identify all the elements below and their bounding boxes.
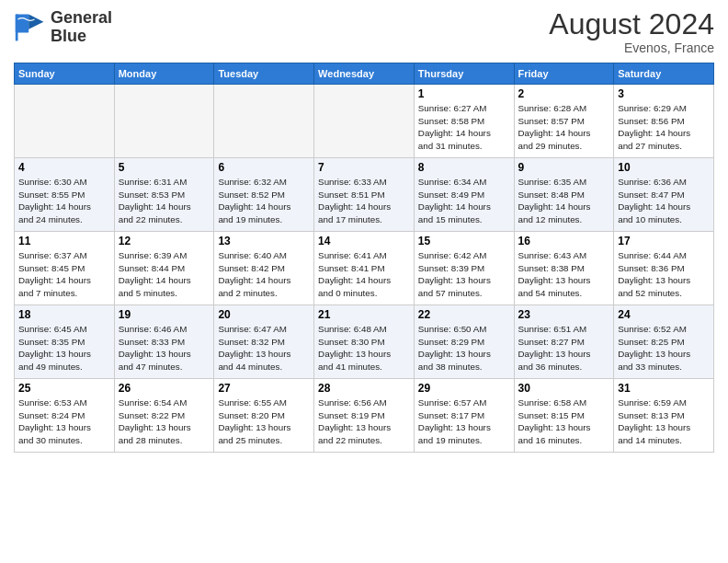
header-tuesday: Tuesday <box>214 63 314 85</box>
calendar-cell: 4Sunrise: 6:30 AMSunset: 8:55 PMDaylight… <box>15 158 115 232</box>
day-number: 21 <box>318 308 410 321</box>
day-info: Sunrise: 6:44 AMSunset: 8:36 PMDaylight:… <box>618 249 710 300</box>
calendar-cell <box>314 85 415 158</box>
day-number: 4 <box>18 161 110 174</box>
calendar-cell: 16Sunrise: 6:43 AMSunset: 8:38 PMDayligh… <box>514 232 614 305</box>
header-wednesday: Wednesday <box>314 63 415 85</box>
day-number: 12 <box>119 235 210 247</box>
day-number: 29 <box>418 382 510 395</box>
svg-rect-2 <box>16 14 18 40</box>
calendar-cell: 1Sunrise: 6:27 AMSunset: 8:58 PMDaylight… <box>414 85 514 158</box>
day-info: Sunrise: 6:55 AMSunset: 8:20 PMDaylight:… <box>218 396 310 447</box>
calendar-cell: 2Sunrise: 6:28 AMSunset: 8:57 PMDaylight… <box>514 85 614 158</box>
day-info: Sunrise: 6:39 AMSunset: 8:44 PMDaylight:… <box>119 249 210 300</box>
calendar-cell: 11Sunrise: 6:37 AMSunset: 8:45 PMDayligh… <box>15 232 115 305</box>
logo-line2: Blue <box>51 28 112 46</box>
week-row-2: 4Sunrise: 6:30 AMSunset: 8:55 PMDaylight… <box>15 158 714 232</box>
logo: General Blue <box>14 9 112 46</box>
header-monday: Monday <box>114 63 214 85</box>
day-info: Sunrise: 6:54 AMSunset: 8:22 PMDaylight:… <box>119 396 210 447</box>
calendar-cell <box>214 85 314 158</box>
title-section: August 2024 Evenos, France <box>549 9 714 55</box>
calendar-cell: 26Sunrise: 6:54 AMSunset: 8:22 PMDayligh… <box>114 379 214 453</box>
day-info: Sunrise: 6:40 AMSunset: 8:42 PMDaylight:… <box>218 249 310 300</box>
day-info: Sunrise: 6:36 AMSunset: 8:47 PMDaylight:… <box>618 176 710 226</box>
calendar-cell: 21Sunrise: 6:48 AMSunset: 8:30 PMDayligh… <box>314 305 415 379</box>
day-info: Sunrise: 6:57 AMSunset: 8:17 PMDaylight:… <box>418 396 510 447</box>
day-info: Sunrise: 6:34 AMSunset: 8:49 PMDaylight:… <box>418 176 510 226</box>
day-info: Sunrise: 6:51 AMSunset: 8:27 PMDaylight:… <box>518 323 610 373</box>
day-number: 2 <box>518 87 610 100</box>
day-number: 8 <box>418 161 510 174</box>
calendar-cell: 5Sunrise: 6:31 AMSunset: 8:53 PMDaylight… <box>114 158 214 232</box>
day-info: Sunrise: 6:32 AMSunset: 8:52 PMDaylight:… <box>218 176 310 226</box>
day-number: 16 <box>518 235 610 247</box>
day-info: Sunrise: 6:33 AMSunset: 8:51 PMDaylight:… <box>318 176 410 226</box>
calendar-cell: 15Sunrise: 6:42 AMSunset: 8:39 PMDayligh… <box>414 232 514 305</box>
calendar-cell: 12Sunrise: 6:39 AMSunset: 8:44 PMDayligh… <box>114 232 214 305</box>
day-number: 26 <box>119 382 210 395</box>
calendar-cell <box>114 85 214 158</box>
calendar-cell: 10Sunrise: 6:36 AMSunset: 8:47 PMDayligh… <box>614 158 714 232</box>
day-info: Sunrise: 6:41 AMSunset: 8:41 PMDaylight:… <box>318 249 410 300</box>
day-number: 22 <box>418 308 510 321</box>
calendar-cell: 9Sunrise: 6:35 AMSunset: 8:48 PMDaylight… <box>514 158 614 232</box>
day-info: Sunrise: 6:28 AMSunset: 8:57 PMDaylight:… <box>518 102 610 153</box>
day-info: Sunrise: 6:31 AMSunset: 8:53 PMDaylight:… <box>119 176 210 226</box>
day-number: 10 <box>618 161 710 174</box>
day-info: Sunrise: 6:46 AMSunset: 8:33 PMDaylight:… <box>119 323 210 373</box>
location: Evenos, France <box>549 40 714 55</box>
day-info: Sunrise: 6:30 AMSunset: 8:55 PMDaylight:… <box>18 176 110 226</box>
day-info: Sunrise: 6:42 AMSunset: 8:39 PMDaylight:… <box>418 249 510 300</box>
calendar-cell: 31Sunrise: 6:59 AMSunset: 8:13 PMDayligh… <box>614 379 714 453</box>
day-number: 11 <box>18 235 110 247</box>
logo-line1: General <box>51 9 112 28</box>
calendar-cell: 29Sunrise: 6:57 AMSunset: 8:17 PMDayligh… <box>414 379 514 453</box>
calendar-header-row: SundayMondayTuesdayWednesdayThursdayFrid… <box>15 63 714 85</box>
week-row-1: 1Sunrise: 6:27 AMSunset: 8:58 PMDaylight… <box>15 85 714 158</box>
day-info: Sunrise: 6:43 AMSunset: 8:38 PMDaylight:… <box>518 249 610 300</box>
day-info: Sunrise: 6:48 AMSunset: 8:30 PMDaylight:… <box>318 323 410 373</box>
logo-icon <box>14 11 47 44</box>
calendar-cell: 13Sunrise: 6:40 AMSunset: 8:42 PMDayligh… <box>214 232 314 305</box>
day-info: Sunrise: 6:47 AMSunset: 8:32 PMDaylight:… <box>218 323 310 373</box>
day-info: Sunrise: 6:29 AMSunset: 8:56 PMDaylight:… <box>618 102 710 153</box>
calendar-cell: 19Sunrise: 6:46 AMSunset: 8:33 PMDayligh… <box>114 305 214 379</box>
calendar-cell: 8Sunrise: 6:34 AMSunset: 8:49 PMDaylight… <box>414 158 514 232</box>
day-number: 13 <box>218 235 310 247</box>
calendar-cell: 20Sunrise: 6:47 AMSunset: 8:32 PMDayligh… <box>214 305 314 379</box>
calendar-cell: 27Sunrise: 6:55 AMSunset: 8:20 PMDayligh… <box>214 379 314 453</box>
calendar-cell: 6Sunrise: 6:32 AMSunset: 8:52 PMDaylight… <box>214 158 314 232</box>
day-info: Sunrise: 6:27 AMSunset: 8:58 PMDaylight:… <box>418 102 510 153</box>
calendar-cell: 24Sunrise: 6:52 AMSunset: 8:25 PMDayligh… <box>614 305 714 379</box>
day-number: 7 <box>318 161 410 174</box>
calendar-cell: 22Sunrise: 6:50 AMSunset: 8:29 PMDayligh… <box>414 305 514 379</box>
day-info: Sunrise: 6:53 AMSunset: 8:24 PMDaylight:… <box>18 396 110 447</box>
header-saturday: Saturday <box>614 63 714 85</box>
day-number: 31 <box>618 382 710 395</box>
day-number: 19 <box>119 308 210 321</box>
calendar-cell: 18Sunrise: 6:45 AMSunset: 8:35 PMDayligh… <box>15 305 115 379</box>
day-info: Sunrise: 6:35 AMSunset: 8:48 PMDaylight:… <box>518 176 610 226</box>
header-thursday: Thursday <box>414 63 514 85</box>
day-info: Sunrise: 6:56 AMSunset: 8:19 PMDaylight:… <box>318 396 410 447</box>
day-number: 24 <box>618 308 710 321</box>
day-number: 20 <box>218 308 310 321</box>
calendar-cell: 17Sunrise: 6:44 AMSunset: 8:36 PMDayligh… <box>614 232 714 305</box>
day-number: 18 <box>18 308 110 321</box>
month-title: August 2024 <box>549 9 714 39</box>
header: General Blue August 2024 Evenos, France <box>14 9 714 55</box>
day-number: 9 <box>518 161 610 174</box>
day-info: Sunrise: 6:58 AMSunset: 8:15 PMDaylight:… <box>518 396 610 447</box>
calendar-cell: 30Sunrise: 6:58 AMSunset: 8:15 PMDayligh… <box>514 379 614 453</box>
day-number: 27 <box>218 382 310 395</box>
header-sunday: Sunday <box>15 63 115 85</box>
day-number: 5 <box>119 161 210 174</box>
calendar-cell: 25Sunrise: 6:53 AMSunset: 8:24 PMDayligh… <box>15 379 115 453</box>
week-row-4: 18Sunrise: 6:45 AMSunset: 8:35 PMDayligh… <box>15 305 714 379</box>
day-info: Sunrise: 6:50 AMSunset: 8:29 PMDaylight:… <box>418 323 510 373</box>
header-friday: Friday <box>514 63 614 85</box>
day-number: 17 <box>618 235 710 247</box>
day-number: 15 <box>418 235 510 247</box>
page: General Blue August 2024 Evenos, France … <box>0 0 728 563</box>
